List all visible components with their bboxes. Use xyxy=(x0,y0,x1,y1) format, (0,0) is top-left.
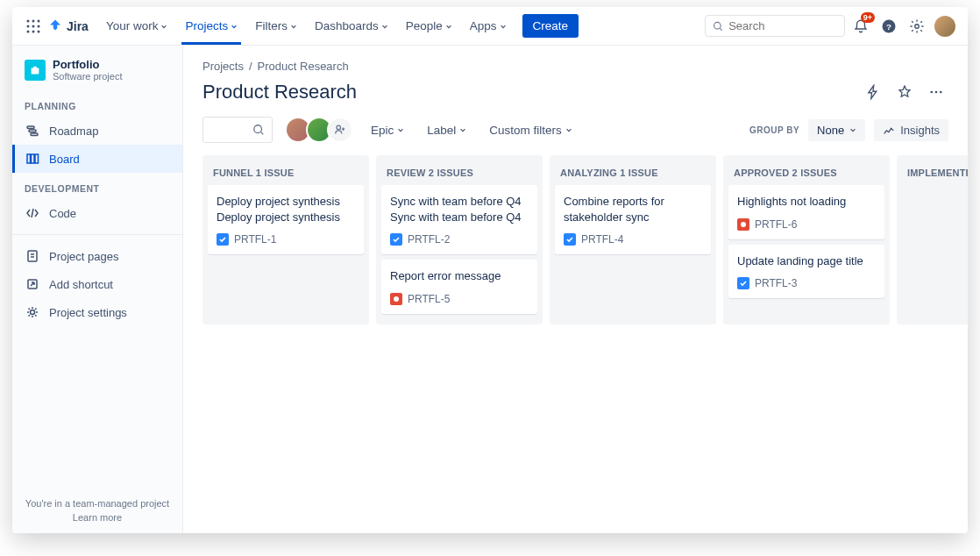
more-icon[interactable] xyxy=(924,80,948,104)
star-icon[interactable] xyxy=(892,80,917,104)
chevron-down-icon xyxy=(160,23,167,30)
svg-text:?: ? xyxy=(886,21,891,31)
svg-point-0 xyxy=(27,19,30,22)
code-icon xyxy=(25,205,40,221)
issue-card[interactable]: Highlights not loadingPRTFL-6 xyxy=(728,185,884,239)
app-switcher-icon[interactable] xyxy=(23,16,44,37)
svg-point-29 xyxy=(940,91,942,94)
card-title: Sync with team before Q4 Sync with team … xyxy=(390,194,529,225)
issue-card[interactable]: Sync with team before Q4 Sync with team … xyxy=(381,185,537,254)
card-title: Highlights not loading xyxy=(737,194,876,210)
sidebar-item-board[interactable]: Board xyxy=(12,145,182,173)
board-column: ANALYZING 1 ISSUECombine reports for sta… xyxy=(550,155,716,324)
chevron-down-icon xyxy=(445,23,452,30)
nav-your-work[interactable]: Your work xyxy=(99,14,175,38)
nav-apps[interactable]: Apps xyxy=(463,14,514,38)
svg-point-6 xyxy=(27,30,30,32)
svg-point-4 xyxy=(32,25,35,27)
search-input[interactable] xyxy=(728,19,837,32)
board-column: REVIEW 2 ISSUESSync with team before Q4 … xyxy=(376,155,543,324)
card-title: Update landing page title xyxy=(737,253,876,269)
card-key: PRTFL-5 xyxy=(408,293,450,305)
group-by-select[interactable]: None xyxy=(808,119,865,141)
sidebar-item-label: Code xyxy=(49,207,76,220)
sidebar-item-add-shortcut[interactable]: Add shortcut xyxy=(12,270,182,298)
svg-point-1 xyxy=(32,19,35,22)
global-search[interactable] xyxy=(705,15,845,37)
automation-icon[interactable] xyxy=(861,80,885,104)
svg-rect-16 xyxy=(27,126,34,129)
sidebar-item-project-settings[interactable]: Project settings xyxy=(12,298,182,326)
board-column: APPROVED 2 ISSUESHighlights not loadingP… xyxy=(723,155,890,324)
filter-epic[interactable]: Epic xyxy=(366,120,409,140)
breadcrumb: Projects / Product Research xyxy=(202,60,948,73)
nav-filters[interactable]: Filters xyxy=(248,14,304,38)
sidebar-item-project-pages[interactable]: Project pages xyxy=(12,242,182,270)
chevron-down-icon xyxy=(381,23,388,30)
svg-point-33 xyxy=(394,296,399,302)
sidebar-item-code[interactable]: Code xyxy=(12,199,182,227)
add-people-button[interactable] xyxy=(327,117,353,143)
bug-icon xyxy=(737,218,749,231)
board-icon xyxy=(25,151,40,167)
card-key: PRTFL-1 xyxy=(234,233,276,246)
profile-avatar[interactable] xyxy=(933,14,957,39)
section-development: DEVELOPMENT xyxy=(12,173,182,199)
chevron-down-icon xyxy=(565,126,572,133)
sidebar-item-roadmap[interactable]: Roadmap xyxy=(12,117,182,145)
settings-icon[interactable] xyxy=(905,14,929,39)
issue-card[interactable]: Combine reports for stakeholder syncPRTF… xyxy=(555,185,711,254)
board-search[interactable] xyxy=(202,117,273,143)
board-column: IMPLEMENTING xyxy=(897,155,968,324)
sidebar-item-label: Roadmap xyxy=(49,125,98,138)
svg-rect-14 xyxy=(32,68,39,74)
svg-point-28 xyxy=(935,91,938,94)
board-column: FUNNEL 1 ISSUEDeploy project synthesis D… xyxy=(202,155,369,324)
issue-card[interactable]: Report error messagePRTFL-5 xyxy=(381,260,537,314)
filter-label[interactable]: Label xyxy=(422,120,472,140)
nav-projects[interactable]: Projects xyxy=(178,14,245,38)
main-content: Projects / Product Research Product Rese… xyxy=(183,46,968,533)
card-title: Deploy project synthesis Deploy project … xyxy=(217,194,355,225)
chevron-down-icon xyxy=(397,126,404,133)
nav-dashboards[interactable]: Dashboards xyxy=(308,14,395,38)
help-icon[interactable]: ? xyxy=(877,14,901,39)
jira-logo[interactable]: Jira xyxy=(47,18,89,34)
breadcrumb-projects[interactable]: Projects xyxy=(202,60,244,73)
svg-line-10 xyxy=(720,28,721,30)
sidebar-item-label: Project pages xyxy=(49,250,119,263)
project-header: Portfolio Software project xyxy=(12,58,182,90)
issue-card[interactable]: Update landing page titlePRTFL-3 xyxy=(728,245,884,299)
insights-button[interactable]: Insights xyxy=(874,119,948,141)
task-icon xyxy=(737,277,749,289)
column-header: REVIEW 2 ISSUES xyxy=(381,160,537,185)
card-title: Report error message xyxy=(390,268,529,284)
svg-line-31 xyxy=(261,132,264,135)
issue-card[interactable]: Deploy project synthesis Deploy project … xyxy=(208,185,364,254)
svg-point-30 xyxy=(254,125,262,133)
filter-custom[interactable]: Custom filters xyxy=(484,120,578,140)
svg-rect-21 xyxy=(35,154,39,163)
task-icon xyxy=(390,233,402,246)
roadmap-icon xyxy=(25,123,40,139)
nav-people[interactable]: People xyxy=(399,14,459,38)
svg-point-3 xyxy=(27,25,30,27)
bug-icon xyxy=(390,293,402,305)
sidebar-footer-learn[interactable]: Learn more xyxy=(25,512,170,523)
chevron-down-icon xyxy=(849,126,856,133)
page-icon xyxy=(25,248,40,264)
notification-badge: 9+ xyxy=(861,12,875,23)
card-key: PRTFL-6 xyxy=(755,218,797,231)
svg-point-8 xyxy=(38,30,40,32)
project-subtitle: Software project xyxy=(53,71,122,82)
gear-icon xyxy=(25,304,40,320)
top-nav: Jira Your work Projects Filters Dashboar… xyxy=(12,7,968,46)
group-by-label: GROUP BY xyxy=(749,125,799,135)
svg-rect-20 xyxy=(32,154,35,163)
create-button[interactable]: Create xyxy=(522,14,579,38)
svg-point-5 xyxy=(38,25,40,27)
notification-icon[interactable]: 9+ xyxy=(849,14,873,39)
assignee-avatars xyxy=(285,117,353,143)
svg-point-27 xyxy=(930,91,933,94)
chevron-down-icon xyxy=(290,23,297,30)
